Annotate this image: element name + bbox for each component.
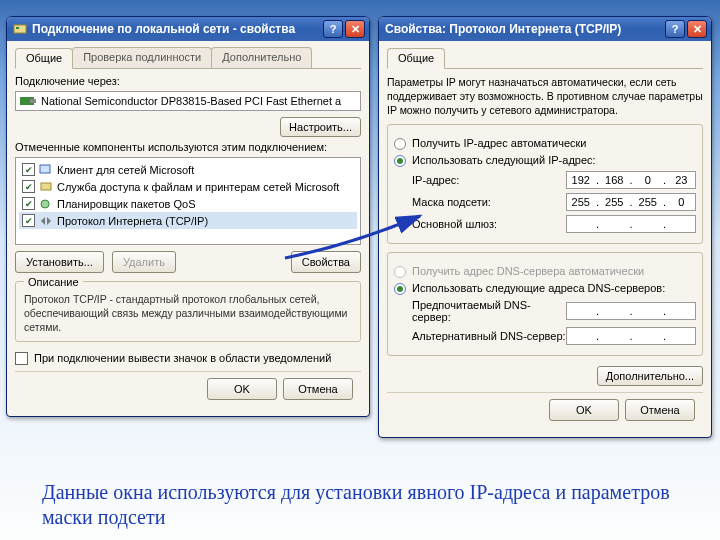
subnet-mask-field[interactable]: 255. 255. 255. 0 bbox=[566, 193, 696, 211]
list-item[interactable]: Клиент для сетей Microsoft bbox=[19, 161, 357, 178]
slide-caption: Данные окна используются для установки я… bbox=[42, 480, 690, 530]
configure-button[interactable]: Настроить... bbox=[280, 117, 361, 137]
radio-manual-ip[interactable] bbox=[394, 155, 406, 167]
description-title: Описание bbox=[24, 276, 83, 288]
radio-auto-ip[interactable] bbox=[394, 138, 406, 150]
ok-button[interactable]: OK bbox=[207, 378, 277, 400]
client-area: Общие Параметры IP могут назначаться авт… bbox=[379, 41, 711, 437]
install-button[interactable]: Установить... bbox=[15, 251, 104, 273]
components-list[interactable]: Клиент для сетей Microsoft Служба доступ… bbox=[15, 157, 361, 245]
client-icon bbox=[39, 164, 53, 176]
protocol-icon bbox=[39, 215, 53, 227]
tab-general[interactable]: Общие bbox=[387, 48, 445, 69]
svg-rect-3 bbox=[30, 99, 36, 103]
gateway-field[interactable]: . . . bbox=[566, 215, 696, 233]
titlebar: Свойства: Протокол Интернета (TCP/IP) ? … bbox=[379, 17, 711, 41]
qos-icon bbox=[39, 198, 53, 210]
adapter-name: National Semiconductor DP83815-Based PCI… bbox=[41, 95, 341, 107]
cancel-button[interactable]: Отмена bbox=[283, 378, 353, 400]
ip-address-field[interactable]: 192. 168. 0. 23 bbox=[566, 171, 696, 189]
window-title: Свойства: Протокол Интернета (TCP/IP) bbox=[385, 22, 621, 36]
lan-properties-window: Подключение по локальной сети - свойства… bbox=[6, 16, 370, 417]
ip-group: Получить IP-адрес автоматически Использо… bbox=[387, 124, 703, 244]
radio-manual-dns[interactable] bbox=[394, 283, 406, 295]
mask-label: Маска подсети: bbox=[394, 196, 566, 208]
gateway-label: Основной шлюз: bbox=[394, 218, 566, 230]
radio-manual-ip-label: Использовать следующий IP-адрес: bbox=[412, 154, 596, 166]
list-item-tcpip[interactable]: Протокол Интернета (TCP/IP) bbox=[19, 212, 357, 229]
dns-group: Получить адрес DNS-сервера автоматически… bbox=[387, 252, 703, 356]
radio-auto-dns-label: Получить адрес DNS-сервера автоматически bbox=[412, 265, 644, 277]
titlebar: Подключение по локальной сети - свойства… bbox=[7, 17, 369, 41]
advanced-button[interactable]: Дополнительно... bbox=[597, 366, 703, 386]
list-item-label: Клиент для сетей Microsoft bbox=[57, 164, 194, 176]
cancel-button[interactable]: Отмена bbox=[625, 399, 695, 421]
description-text: Протокол TCP/IP - стандартный протокол г… bbox=[24, 292, 352, 335]
client-area: Общие Проверка подлинности Дополнительно… bbox=[7, 41, 369, 416]
svg-rect-0 bbox=[14, 25, 26, 33]
tab-advanced[interactable]: Дополнительно bbox=[211, 47, 312, 68]
pref-dns-field[interactable]: . . . bbox=[566, 302, 696, 320]
nic-icon bbox=[20, 95, 36, 107]
checkbox-icon[interactable] bbox=[22, 180, 35, 193]
svg-point-6 bbox=[41, 200, 49, 208]
tabstrip: Общие Проверка подлинности Дополнительно bbox=[15, 47, 361, 69]
intro-text: Параметры IP могут назначаться автоматич… bbox=[387, 75, 703, 118]
help-button[interactable]: ? bbox=[323, 20, 343, 38]
ip-label: IP-адрес: bbox=[394, 174, 566, 186]
help-button[interactable]: ? bbox=[665, 20, 685, 38]
window-title: Подключение по локальной сети - свойства bbox=[32, 22, 295, 36]
svg-rect-1 bbox=[16, 27, 19, 29]
description-group: Описание Протокол TCP/IP - стандартный п… bbox=[15, 281, 361, 342]
close-button[interactable]: ✕ bbox=[687, 20, 707, 38]
close-button[interactable]: ✕ bbox=[345, 20, 365, 38]
adapter-field: National Semiconductor DP83815-Based PCI… bbox=[15, 91, 361, 111]
tabstrip: Общие bbox=[387, 47, 703, 69]
list-item[interactable]: Служба доступа к файлам и принтерам сете… bbox=[19, 178, 357, 195]
list-item-label: Протокол Интернета (TCP/IP) bbox=[57, 215, 208, 227]
list-item[interactable]: Планировщик пакетов QoS bbox=[19, 195, 357, 212]
list-item-label: Планировщик пакетов QoS bbox=[57, 198, 196, 210]
tab-auth[interactable]: Проверка подлинности bbox=[72, 47, 212, 68]
connect-via-label: Подключение через: bbox=[15, 75, 361, 87]
checkbox-icon[interactable] bbox=[22, 197, 35, 210]
tray-checkbox[interactable] bbox=[15, 352, 28, 365]
radio-auto-ip-label: Получить IP-адрес автоматически bbox=[412, 137, 586, 149]
alt-dns-label: Альтернативный DNS-сервер: bbox=[394, 330, 566, 342]
checkbox-icon[interactable] bbox=[22, 163, 35, 176]
radio-manual-dns-label: Использовать следующие адреса DNS-сервер… bbox=[412, 282, 665, 294]
app-icon bbox=[13, 22, 27, 36]
ok-button[interactable]: OK bbox=[549, 399, 619, 421]
pref-dns-label: Предпочитаемый DNS-сервер: bbox=[394, 299, 566, 323]
tray-label: При подключении вывести значок в области… bbox=[34, 352, 331, 364]
alt-dns-field[interactable]: . . . bbox=[566, 327, 696, 345]
share-icon bbox=[39, 181, 53, 193]
properties-button[interactable]: Свойства bbox=[291, 251, 361, 273]
svg-rect-5 bbox=[41, 183, 51, 190]
remove-button: Удалить bbox=[112, 251, 176, 273]
svg-rect-4 bbox=[40, 165, 50, 173]
components-label: Отмеченные компоненты используются этим … bbox=[15, 141, 361, 153]
tcpip-properties-window: Свойства: Протокол Интернета (TCP/IP) ? … bbox=[378, 16, 712, 438]
radio-auto-dns bbox=[394, 266, 406, 278]
checkbox-icon[interactable] bbox=[22, 214, 35, 227]
tab-general[interactable]: Общие bbox=[15, 48, 73, 69]
list-item-label: Служба доступа к файлам и принтерам сете… bbox=[57, 181, 339, 193]
